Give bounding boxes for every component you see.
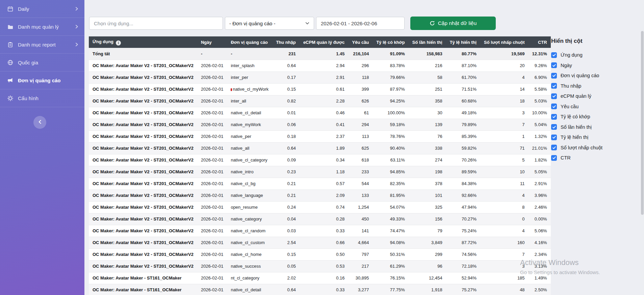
cell-match_rate: 50.31% (372, 248, 408, 260)
cell-ecpm: 1.18 (300, 166, 349, 178)
cell-show_rate: 92.66% (446, 189, 480, 201)
checkbox-checked-icon[interactable] (551, 114, 557, 120)
cell-impressions: 96 (409, 260, 446, 272)
table-header-row: Ứng dụngiNgàyĐơn vị quảng cáoThu nhậpeCP… (89, 36, 551, 48)
cell-date: 2026-02-01 (197, 284, 227, 295)
checkbox-checked-icon[interactable] (551, 145, 557, 150)
sidebar-collapse-button[interactable] (33, 116, 46, 129)
column-header-thu-nhap: Thu nhập (272, 36, 300, 48)
column-toggle-label: Tỷ lệ hiển thị (561, 135, 588, 140)
column-toggle-ung-dung[interactable]: Ứng dụng (551, 50, 642, 60)
app-search-input[interactable] (89, 17, 223, 30)
cell-show_rate: 71.51% (446, 83, 480, 95)
cell-app: OC Maker: Avatar Maker V2 - ST201_OCMake… (89, 83, 197, 95)
cell-income: 2.02 (272, 272, 300, 284)
cell-app: OC Maker: Avatar Maker V2 - ST201_OCMake… (89, 166, 197, 178)
cell-ecpm: 1.89 (300, 142, 349, 154)
cell-clicks: 7 (480, 248, 528, 260)
checkbox-checked-icon[interactable] (551, 135, 557, 140)
ad-unit-select[interactable]: - Đơn vị quảng cáo - (225, 17, 314, 30)
cell-date: 2026-02-01 (197, 95, 227, 107)
checkbox-checked-icon[interactable] (551, 73, 557, 79)
column-toggle-on-vi-quang-cao[interactable]: Đơn vị quảng cáo (551, 70, 642, 81)
cell-requests: 294 (349, 119, 373, 130)
vertical-scrollbar[interactable] (640, 0, 644, 295)
column-toggle-ty-le-co-khop[interactable]: Tỷ lệ có khớp (551, 112, 642, 122)
cell-date: 2026-02-01 (197, 83, 227, 95)
date-range-input[interactable] (316, 17, 405, 30)
sidebar: DailyDanh mục quản lýDanh mục reportQuốc… (0, 0, 84, 295)
column-header-ecpm-quan-ly-uoc: eCPM quản lý được (300, 36, 349, 48)
cell-requests: 618 (349, 154, 373, 166)
cell-app: OC Maker: Avatar Maker V2 - ST201_OCMake… (89, 107, 197, 119)
cell-show_rate: 70.26% (446, 154, 480, 166)
cell-app: OC Maker: Avatar Maker V2 - ST201_OCMake… (89, 178, 197, 189)
column-toggle-ngay[interactable]: Ngày (551, 60, 642, 71)
column-toggle-ty-le-hien-thi[interactable]: Tỷ lệ hiển thị (551, 132, 642, 143)
cell-requests: 544 (349, 178, 373, 189)
cell-match_rate: 100.00% (372, 107, 408, 119)
cell-date: 2026-02-01 (197, 130, 227, 142)
table-row: OC Maker: Avatar Maker V2 - ST201_OCMake… (89, 213, 551, 225)
cell-clicks: 160 (480, 237, 528, 248)
cell-match_rate: 94.85% (372, 166, 408, 178)
cell-ctr: 21.01% (529, 142, 551, 154)
cell-show_rate: 60.68% (446, 95, 480, 107)
checkbox-checked-icon[interactable] (551, 124, 557, 130)
table-row: OC Maker: Avatar Maker V2 - ST201_OCMake… (89, 71, 551, 83)
column-toggle-ecpm-quan-ly[interactable]: eCPM quản lý (551, 91, 642, 101)
cell-ad_unit: native_language (227, 189, 272, 201)
checkbox-checked-icon[interactable] (551, 155, 557, 161)
column-header-ung-dung: Ứng dụngi (89, 36, 197, 48)
chevron-down-icon (305, 21, 310, 26)
sidebar-item-label: Cấu hình (18, 95, 79, 101)
table-row: OC Maker: Avatar Maker V2 - ST201_OCMake… (89, 130, 551, 142)
cell-app: OC Maker: Avatar Maker V2 - ST201_OCMake… (89, 119, 197, 130)
column-toggle-so-lan-hien-thi[interactable]: Số lần hiển thị (551, 122, 642, 132)
cell-date: 2026-02-01 (197, 71, 227, 83)
cell-income: 0.03 (272, 225, 300, 237)
clipboard-icon (7, 42, 13, 48)
cell-ad_unit: native_category (227, 213, 272, 225)
cell-impressions: 76 (409, 130, 446, 142)
cell-requests: 625 (349, 142, 373, 154)
cell-income: 0.17 (272, 71, 300, 83)
cell-app: OC Maker: Avatar Maker - ST161_OCMaker (89, 284, 197, 295)
checkbox-checked-icon[interactable] (551, 104, 557, 109)
cell-ctr: 1.49% (529, 272, 551, 284)
cell-clicks: 48 (480, 284, 528, 295)
cell-match_rate: 63.11% (372, 154, 408, 166)
cell-impressions: 378 (409, 178, 446, 189)
checkbox-checked-icon[interactable] (551, 62, 557, 68)
column-toggle-ctr[interactable]: CTR (551, 153, 642, 163)
sidebar-item-danh-muc-report[interactable]: Danh mục report (0, 36, 84, 54)
cell-ctr: 12.31% (529, 48, 551, 60)
cell-ecpm: 1.45 (300, 48, 349, 60)
scrollbar-thumb[interactable] (641, 31, 644, 215)
column-toggle-yeu-cau[interactable]: Yêu cầu (551, 101, 642, 112)
sidebar-item-cau-hinh[interactable]: Cấu hình (0, 89, 84, 107)
cell-impressions: 158,983 (409, 48, 446, 60)
cell-clicks: 4 (480, 189, 528, 201)
cell-ctr: 3.13% (529, 260, 551, 272)
checkbox-checked-icon[interactable] (551, 83, 557, 89)
sidebar-item-on-vi-quang-cao[interactable]: Đơn vị quảng cáo (0, 71, 84, 89)
column-toggle-thu-nhap[interactable]: Thu nhập (551, 81, 642, 91)
checkbox-checked-icon[interactable] (551, 52, 557, 58)
cell-match_rate: 79.66% (372, 71, 408, 83)
sidebar-item-daily[interactable]: Daily (0, 0, 84, 18)
cell-requests: 118 (349, 71, 373, 83)
table-row: OC Maker: Avatar Maker V2 - ST201_OCMake… (89, 260, 551, 272)
cell-ctr: 6.90% (529, 71, 551, 83)
table-row: OC Maker: Avatar Maker V2 - ST201_OCMake… (89, 189, 551, 201)
update-data-button[interactable]: Cập nhật dữ liệu (410, 17, 496, 30)
cell-ecpm: 0.33 (300, 225, 349, 237)
sidebar-item-danh-muc-quan-ly[interactable]: Danh mục quản lý (0, 18, 84, 36)
cell-match_rate: 94.08% (372, 237, 408, 248)
column-toggle-so-luot-nhap-chuot[interactable]: Số lượt nhấp chuột (551, 143, 642, 153)
sidebar-item-quoc-gia[interactable]: Quốc gia (0, 54, 84, 71)
checkbox-checked-icon[interactable] (551, 93, 557, 99)
cell-impressions: 274 (409, 154, 446, 166)
table-row: OC Maker: Avatar Maker V2 - ST201_OCMake… (89, 225, 551, 237)
cell-income: 0.04 (272, 213, 300, 225)
